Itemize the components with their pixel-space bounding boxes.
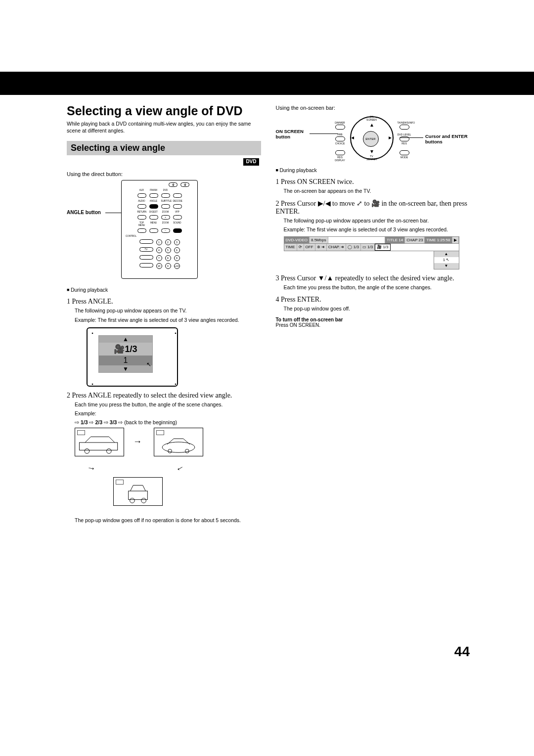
- remote-label: DVD: [161, 189, 170, 191]
- angle-button-callout: ANGLE button: [67, 210, 101, 215]
- remote-label: ANGLE: [149, 200, 158, 202]
- triangle-up-icon: ▲: [99, 336, 152, 343]
- enter-button-graphic: ENTER: [363, 131, 379, 147]
- remote-num: 3: [174, 239, 180, 245]
- dpad-side-label: TA/NEWS/INFO: [398, 121, 411, 124]
- osbar-cell: CHAP. ➜: [327, 244, 347, 251]
- during-playback-label: During playback: [67, 287, 261, 293]
- osbar-drop-value: 1 ↖: [434, 257, 459, 263]
- onscreen-button-callout: ON SCREEN button: [276, 129, 311, 139]
- turn-off-bar-heading: To turn off the on-screen bar: [276, 317, 470, 322]
- triangle-right-icon: ▸: [389, 134, 392, 141]
- intro-text: While playing back a DVD containing mult…: [67, 120, 261, 134]
- triangle-left-icon: ◂: [351, 134, 354, 141]
- osbar-cell: 8.5Mbps: [310, 237, 328, 243]
- right-step1-body: The on-screen bar appears on the TV.: [284, 187, 470, 194]
- arrow-icon: ↑: [174, 464, 185, 473]
- cursor-enter-callout: Cursor and ENTER buttons: [425, 133, 470, 144]
- right-step2-example: Example: The first view angle is selecte…: [284, 226, 470, 233]
- remote-label: AUX: [137, 189, 146, 191]
- dpad-side-label: CHOICE: [333, 142, 347, 145]
- remote-label: SUBTITLE: [161, 200, 170, 202]
- tv-popup-diagram: ▲ 🎥1/3 1 ▼ ↖: [87, 327, 178, 387]
- remote-num: 5: [165, 247, 171, 253]
- turn-off-bar-body: Press ON SCREEN.: [276, 322, 470, 328]
- angle-change-illustration: → ↑ ↑: [75, 428, 203, 517]
- remote-num: 7: [156, 255, 162, 261]
- remote-num: 10: [156, 263, 162, 269]
- remote-num: 6: [174, 247, 180, 253]
- osbar-cell: CHAP 23: [405, 237, 425, 243]
- remote-num: 8: [165, 255, 171, 261]
- dpad-side-label: FRB: [333, 133, 347, 136]
- right-step4-heading: 4 Press ENTER.: [276, 296, 470, 304]
- page-content: Selecting a view angle of DVD While play…: [67, 104, 470, 526]
- remote-num: 4: [156, 247, 162, 253]
- arrow-right-icon: →: [133, 437, 142, 447]
- remote-label: DECODE: [173, 200, 182, 202]
- triangle-down-icon: ▼: [99, 365, 152, 372]
- right-step3-body: Each time you press the button, the angl…: [284, 284, 470, 291]
- svg-point-5: [185, 449, 189, 453]
- left-step2-note: The pop-up window goes off if no operati…: [75, 517, 261, 524]
- remote-num: 9: [174, 255, 180, 261]
- remote-label: AUDIO: [137, 200, 146, 202]
- dpad-side-label: RDS DISPLAY: [333, 156, 347, 162]
- left-step1-example: Example: The first view angle is selecte…: [75, 316, 261, 323]
- remote-label: SOUND: [173, 222, 182, 226]
- osbar-angle-cell: 🎥 1/3: [375, 244, 390, 251]
- osbar-cell: ⊕ ➜: [315, 244, 327, 251]
- triangle-right-icon: ▶: [318, 200, 323, 207]
- angle-fraction: 🎥1/3: [99, 343, 152, 356]
- remote-control-graphic: ⏻ ⏻ AUX FM/AM DVD AUDIO ANGLE SUBTITLE D…: [121, 180, 198, 279]
- remote-tv-button: TV: [139, 247, 153, 252]
- angle-view-2: [154, 428, 203, 456]
- triangle-up-icon: ▴: [365, 121, 379, 128]
- osbar-cell: TITLE 14: [385, 237, 405, 243]
- cursor-pointer-icon: ↖: [146, 361, 151, 368]
- dpad-diagram: ON SCREEN button Cursor and ENTER button…: [276, 114, 470, 163]
- triangle-down-icon: ▼: [318, 274, 325, 282]
- during-playback-label: During playback: [276, 167, 470, 173]
- osbar-dropdown: ▲ 1 ↖ ▼: [434, 251, 459, 269]
- svg-point-7: [130, 498, 135, 503]
- onscreen-bar-graphic: DVD-VIDEO 8.5Mbps TITLE 14 CHAP 23 TIME …: [284, 236, 459, 269]
- triangle-down-icon: ▾: [365, 148, 379, 155]
- example-text: The first view angle is selected out of …: [307, 226, 448, 232]
- osbar-cell: DVD-VIDEO: [284, 237, 310, 243]
- svg-point-2: [106, 449, 111, 454]
- right-step4-body: The pop-up window goes off.: [284, 305, 470, 312]
- example-lead: Example:: [284, 226, 306, 232]
- dvd-badge: DVD: [243, 158, 259, 166]
- example-lead: Example:: [75, 317, 96, 323]
- left-column: Selecting a view angle of DVD While play…: [67, 104, 261, 526]
- remote-num: +10: [174, 263, 180, 269]
- page-title: Selecting a view angle of DVD: [67, 104, 261, 118]
- left-step2-example-lead: Example:: [75, 410, 261, 417]
- osbar-cell: ◯ 1/3: [346, 244, 360, 251]
- cursor-pointer-icon: ⤢: [356, 200, 362, 207]
- dpad-bottom-label: TV SEARCH: [365, 155, 379, 161]
- osbar-cell: TIME: [284, 244, 297, 251]
- right-step3-heading: 3 Press Cursor ▼/▲ repeatedly to select …: [276, 274, 470, 282]
- page-number: 44: [454, 644, 470, 660]
- dpad-side-label: RDS: [398, 142, 411, 145]
- osbar-play-icon: ▶: [452, 237, 459, 243]
- dpad-side-label: MODE: [398, 156, 411, 159]
- remote-label: TOP MENU: [137, 222, 146, 226]
- section-subtitle-bar: Selecting a view angle: [67, 141, 261, 155]
- svg-rect-0: [79, 443, 117, 450]
- remote-label: CONTROL: [126, 235, 134, 237]
- triangle-left-icon: ◀: [325, 200, 331, 207]
- camera-icon: 🎥: [114, 344, 125, 354]
- triangle-up-icon: ▲: [326, 274, 333, 282]
- remote-label: DIGEST: [149, 211, 158, 213]
- example-text: The first view angle is selected out of …: [98, 317, 239, 323]
- right-step2-body: The following pop-up window appears unde…: [284, 217, 470, 224]
- power-icon: ⏻: [180, 182, 189, 187]
- osbar-cell: OFF: [304, 244, 315, 251]
- power-icon: ⏻: [169, 182, 178, 187]
- triangle-up-icon: ▲: [434, 251, 459, 257]
- left-step2-heading: 2 Press ANGLE repeatedly to select the d…: [67, 392, 261, 400]
- remote-label: ZOOM: [161, 211, 170, 213]
